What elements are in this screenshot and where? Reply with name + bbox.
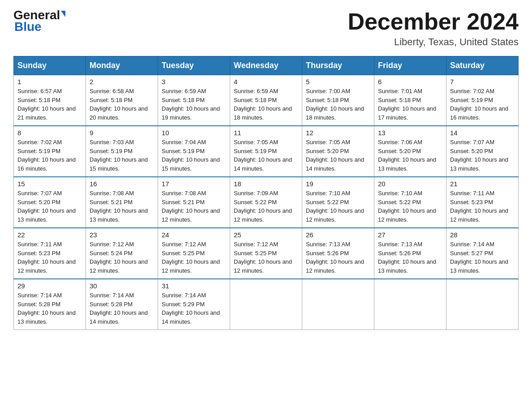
day-cell: 23 Sunrise: 7:12 AM Sunset: 5:24 PM Dayl…	[86, 228, 158, 279]
day-cell: 15 Sunrise: 7:07 AM Sunset: 5:20 PM Dayl…	[14, 177, 86, 228]
week-row-3: 15 Sunrise: 7:07 AM Sunset: 5:20 PM Dayl…	[14, 177, 519, 228]
day-number: 14	[450, 129, 515, 137]
day-number: 6	[378, 78, 442, 86]
day-info: Sunrise: 7:07 AM Sunset: 5:20 PM Dayligh…	[450, 138, 515, 173]
day-number: 24	[162, 231, 226, 239]
day-cell: 17 Sunrise: 7:08 AM Sunset: 5:21 PM Dayl…	[158, 177, 230, 228]
day-number: 10	[162, 129, 226, 137]
day-info: Sunrise: 7:12 AM Sunset: 5:24 PM Dayligh…	[90, 240, 154, 275]
day-number: 12	[306, 129, 370, 137]
header-friday: Friday	[374, 56, 446, 75]
calendar-table: Sunday Monday Tuesday Wednesday Thursday…	[13, 56, 519, 330]
week-row-4: 22 Sunrise: 7:11 AM Sunset: 5:23 PM Dayl…	[14, 228, 519, 279]
day-cell: 2 Sunrise: 6:58 AM Sunset: 5:18 PM Dayli…	[86, 75, 158, 126]
month-title: December 2024	[348, 9, 519, 34]
day-number: 7	[450, 78, 515, 86]
day-cell: 1 Sunrise: 6:57 AM Sunset: 5:18 PM Dayli…	[14, 75, 86, 126]
day-cell: 3 Sunrise: 6:59 AM Sunset: 5:18 PM Dayli…	[158, 75, 230, 126]
header-saturday: Saturday	[446, 56, 519, 75]
day-number: 16	[90, 180, 154, 188]
day-cell: 27 Sunrise: 7:13 AM Sunset: 5:26 PM Dayl…	[374, 228, 446, 279]
day-number: 31	[162, 282, 226, 290]
day-cell	[374, 279, 446, 330]
day-cell: 12 Sunrise: 7:05 AM Sunset: 5:20 PM Dayl…	[302, 126, 374, 177]
header-thursday: Thursday	[302, 56, 374, 75]
logo: General Blue	[13, 9, 65, 34]
day-info: Sunrise: 7:11 AM Sunset: 5:23 PM Dayligh…	[450, 189, 515, 224]
header-monday: Monday	[86, 56, 158, 75]
day-number: 3	[162, 78, 226, 86]
day-cell: 30 Sunrise: 7:14 AM Sunset: 5:28 PM Dayl…	[86, 279, 158, 330]
day-info: Sunrise: 7:14 AM Sunset: 5:28 PM Dayligh…	[90, 291, 154, 326]
day-number: 22	[17, 231, 82, 239]
day-info: Sunrise: 7:12 AM Sunset: 5:25 PM Dayligh…	[162, 240, 226, 275]
week-row-2: 8 Sunrise: 7:02 AM Sunset: 5:19 PM Dayli…	[14, 126, 519, 177]
day-cell: 10 Sunrise: 7:04 AM Sunset: 5:19 PM Dayl…	[158, 126, 230, 177]
day-cell	[230, 279, 302, 330]
day-info: Sunrise: 6:58 AM Sunset: 5:18 PM Dayligh…	[90, 87, 154, 122]
day-info: Sunrise: 7:14 AM Sunset: 5:27 PM Dayligh…	[450, 240, 515, 275]
header: General Blue December 2024 Liberty, Texa…	[13, 9, 519, 48]
day-cell: 24 Sunrise: 7:12 AM Sunset: 5:25 PM Dayl…	[158, 228, 230, 279]
day-info: Sunrise: 7:09 AM Sunset: 5:22 PM Dayligh…	[234, 189, 298, 224]
day-cell	[302, 279, 374, 330]
day-cell: 4 Sunrise: 6:59 AM Sunset: 5:18 PM Dayli…	[230, 75, 302, 126]
day-number: 2	[90, 78, 154, 86]
header-tuesday: Tuesday	[158, 56, 230, 75]
day-info: Sunrise: 7:10 AM Sunset: 5:22 PM Dayligh…	[378, 189, 442, 224]
day-info: Sunrise: 7:08 AM Sunset: 5:21 PM Dayligh…	[162, 189, 226, 224]
day-number: 5	[306, 78, 370, 86]
logo-arrow-icon	[61, 11, 65, 17]
day-cell: 29 Sunrise: 7:14 AM Sunset: 5:28 PM Dayl…	[14, 279, 86, 330]
day-number: 8	[17, 129, 82, 137]
day-cell: 25 Sunrise: 7:12 AM Sunset: 5:25 PM Dayl…	[230, 228, 302, 279]
day-number: 19	[306, 180, 370, 188]
day-cell: 16 Sunrise: 7:08 AM Sunset: 5:21 PM Dayl…	[86, 177, 158, 228]
day-cell: 11 Sunrise: 7:05 AM Sunset: 5:19 PM Dayl…	[230, 126, 302, 177]
day-info: Sunrise: 7:01 AM Sunset: 5:18 PM Dayligh…	[378, 87, 442, 122]
day-info: Sunrise: 7:12 AM Sunset: 5:25 PM Dayligh…	[234, 240, 298, 275]
day-cell: 6 Sunrise: 7:01 AM Sunset: 5:18 PM Dayli…	[374, 75, 446, 126]
day-cell: 13 Sunrise: 7:06 AM Sunset: 5:20 PM Dayl…	[374, 126, 446, 177]
day-number: 13	[378, 129, 442, 137]
day-number: 15	[17, 180, 82, 188]
day-info: Sunrise: 7:02 AM Sunset: 5:19 PM Dayligh…	[17, 138, 82, 173]
day-info: Sunrise: 6:59 AM Sunset: 5:18 PM Dayligh…	[234, 87, 298, 122]
title-block: December 2024 Liberty, Texas, United Sta…	[348, 9, 519, 48]
day-number: 25	[234, 231, 298, 239]
day-info: Sunrise: 6:57 AM Sunset: 5:18 PM Dayligh…	[17, 87, 82, 122]
day-cell: 22 Sunrise: 7:11 AM Sunset: 5:23 PM Dayl…	[14, 228, 86, 279]
day-cell: 31 Sunrise: 7:14 AM Sunset: 5:29 PM Dayl…	[158, 279, 230, 330]
location: Liberty, Texas, United States	[348, 36, 519, 48]
day-number: 28	[450, 231, 515, 239]
day-cell: 18 Sunrise: 7:09 AM Sunset: 5:22 PM Dayl…	[230, 177, 302, 228]
week-row-5: 29 Sunrise: 7:14 AM Sunset: 5:28 PM Dayl…	[14, 279, 519, 330]
day-info: Sunrise: 7:13 AM Sunset: 5:26 PM Dayligh…	[306, 240, 370, 275]
day-cell	[446, 279, 519, 330]
day-number: 23	[90, 231, 154, 239]
day-number: 20	[378, 180, 442, 188]
day-cell: 9 Sunrise: 7:03 AM Sunset: 5:19 PM Dayli…	[86, 126, 158, 177]
day-cell: 28 Sunrise: 7:14 AM Sunset: 5:27 PM Dayl…	[446, 228, 519, 279]
day-info: Sunrise: 6:59 AM Sunset: 5:18 PM Dayligh…	[162, 87, 226, 122]
logo-blue: Blue	[14, 20, 42, 34]
day-number: 29	[17, 282, 82, 290]
day-info: Sunrise: 7:14 AM Sunset: 5:29 PM Dayligh…	[162, 291, 226, 326]
day-info: Sunrise: 7:11 AM Sunset: 5:23 PM Dayligh…	[17, 240, 82, 275]
day-info: Sunrise: 7:06 AM Sunset: 5:20 PM Dayligh…	[378, 138, 442, 173]
weekday-header-row: Sunday Monday Tuesday Wednesday Thursday…	[14, 56, 519, 75]
page: General Blue December 2024 Liberty, Texa…	[0, 0, 532, 343]
header-wednesday: Wednesday	[230, 56, 302, 75]
header-sunday: Sunday	[14, 56, 86, 75]
day-info: Sunrise: 7:02 AM Sunset: 5:19 PM Dayligh…	[450, 87, 515, 122]
day-number: 1	[17, 78, 82, 86]
day-info: Sunrise: 7:07 AM Sunset: 5:20 PM Dayligh…	[17, 189, 82, 224]
day-info: Sunrise: 7:05 AM Sunset: 5:20 PM Dayligh…	[306, 138, 370, 173]
day-info: Sunrise: 7:14 AM Sunset: 5:28 PM Dayligh…	[17, 291, 82, 326]
day-info: Sunrise: 7:00 AM Sunset: 5:18 PM Dayligh…	[306, 87, 370, 122]
day-number: 26	[306, 231, 370, 239]
day-info: Sunrise: 7:04 AM Sunset: 5:19 PM Dayligh…	[162, 138, 226, 173]
day-cell: 5 Sunrise: 7:00 AM Sunset: 5:18 PM Dayli…	[302, 75, 374, 126]
week-row-1: 1 Sunrise: 6:57 AM Sunset: 5:18 PM Dayli…	[14, 75, 519, 126]
day-number: 11	[234, 129, 298, 137]
